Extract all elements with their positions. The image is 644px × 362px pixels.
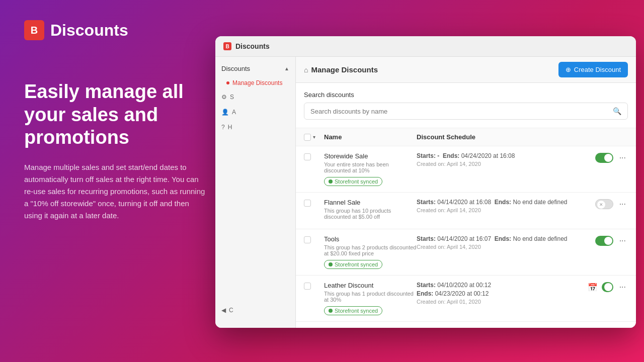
search-box: 🔍 [304, 103, 628, 120]
row-4-controls: 📅 ··· [588, 282, 628, 293]
row-1-schedule-text: Starts: - Ends: 04/24/2020 at 16:08 [417, 152, 588, 159]
table-row: Tools This group has 2 products discount… [296, 229, 636, 276]
row-1-title: Storewide Sale [324, 152, 417, 160]
row-checkbox-4[interactable] [304, 282, 324, 290]
row-1-toggle[interactable] [595, 153, 613, 163]
sidebar-subitem-label: Manage Discounts [232, 79, 282, 86]
table-row: Leather Discount This group has 1 produc… [296, 276, 636, 322]
th-schedule: Discount Schedule [417, 133, 588, 141]
table-area: ▾ Name Discount Schedule Storewide Sale … [296, 128, 636, 328]
page-header: ⌂ Manage Discounts ⊕ Create Discount [296, 57, 636, 83]
row-3-toggle[interactable] [595, 236, 613, 246]
search-area: Search discounts 🔍 [296, 83, 636, 128]
search-input[interactable] [310, 108, 613, 115]
sidebar-section-discounts[interactable]: Discounts ▲ [215, 61, 295, 76]
account-icon: 👤 [221, 109, 229, 116]
row-2-title: Flannel Sale [324, 199, 417, 206]
row-2-more-button[interactable]: ··· [617, 199, 628, 210]
chevron-left-icon: ◀ [221, 307, 226, 314]
calendar-icon: 📅 [588, 283, 598, 292]
checkbox-dropdown-icon[interactable]: ▾ [313, 134, 315, 140]
create-discount-button[interactable]: ⊕ Create Discount [558, 62, 628, 77]
sidebar-misc-h: H [228, 124, 232, 131]
row-2-schedule-col: Starts: 04/14/2020 at 16:08 Ends: No end… [417, 199, 588, 213]
hero-body: Manage multiple sales and set start/end … [24, 161, 205, 222]
sidebar: Discounts ▲ Manage Discounts ⚙ S 👤 A ? H [215, 57, 296, 328]
plus-icon: ⊕ [566, 66, 571, 73]
row-3-schedule-col: Starts: 04/14/2020 at 16:07 Ends: No end… [417, 235, 588, 250]
row-1-name-col: Storewide Sale Your entire store has bee… [324, 152, 417, 186]
row-4-toggle[interactable] [602, 282, 613, 292]
help-icon: ? [221, 124, 225, 131]
row-3-sync-label: Storefront synced [335, 261, 378, 267]
search-icon: 🔍 [613, 107, 621, 115]
brand-header: B Discounts [24, 20, 205, 40]
row-3-schedule-text: Starts: 04/14/2020 at 16:07 Ends: No end… [417, 235, 588, 242]
row-checkbox-3[interactable] [304, 235, 324, 243]
main-content: ⌂ Manage Discounts ⊕ Create Discount Sea… [296, 57, 636, 328]
select-all-checkbox[interactable] [304, 134, 311, 141]
brand-title: Discounts [50, 21, 128, 40]
row-4-name-col: Leather Discount This group has 1 produc… [324, 282, 417, 315]
sync-dot-icon-4 [329, 309, 333, 313]
sidebar-item-accounts[interactable]: 👤 A [215, 105, 295, 120]
row-4-sync-label: Storefront synced [335, 308, 378, 314]
row-4-created: Created on: April 01, 2020 [417, 299, 588, 305]
app-window: B Discounts Discounts ▲ Manage Discounts… [215, 36, 636, 328]
sidebar-item-settings[interactable]: ⚙ S [215, 89, 295, 105]
row-4-more-button[interactable]: ··· [617, 282, 628, 293]
row-4-desc: This group has 1 product discounted at 3… [324, 291, 417, 303]
sync-dot-icon [329, 179, 333, 184]
row-2-desc: This group has 10 products discounted at… [324, 208, 417, 220]
row-3-name-col: Tools This group has 2 products discount… [324, 235, 417, 269]
hero-heading: Easily manage all your sales and promoti… [24, 80, 205, 149]
row-3-more-button[interactable]: ··· [617, 235, 628, 246]
window-body: Discounts ▲ Manage Discounts ⚙ S 👤 A ? H [215, 57, 636, 328]
row-4-schedule-col: Starts: 04/10/2020 at 00:12 Ends: 04/23/… [417, 282, 588, 305]
sidebar-misc-s: S [230, 94, 234, 101]
settings-icon: ⚙ [221, 94, 227, 101]
home-icon: ⌂ [304, 66, 308, 74]
row-1-desc: Your entire store has been discounted at… [324, 161, 417, 173]
row-1-sync-badge: Storefront synced [324, 177, 382, 186]
breadcrumb: ⌂ Manage Discounts [304, 65, 378, 74]
search-label: Search discounts [304, 91, 628, 99]
row-3-desc: This group has 2 products discounted at … [324, 244, 417, 256]
row-3-sync-badge: Storefront synced [324, 260, 382, 269]
row-4-title: Leather Discount [324, 282, 417, 289]
active-dot [226, 81, 229, 84]
row-4-starts: Starts: 04/10/2020 at 00:12 [417, 282, 588, 289]
row-1-more-button[interactable]: ··· [617, 152, 628, 163]
sidebar-misc-a: A [232, 109, 236, 116]
row-2-checkbox[interactable] [304, 200, 311, 207]
row-4-checkbox[interactable] [304, 283, 311, 290]
row-3-checkbox[interactable] [304, 236, 311, 243]
row-3-created: Created on: April 14, 2020 [417, 244, 588, 250]
sidebar-item-manage-discounts[interactable]: Manage Discounts [215, 76, 295, 89]
row-1-schedule-col: Starts: - Ends: 04/24/2020 at 16:08 Crea… [417, 152, 588, 167]
sidebar-section-label: Discounts [221, 65, 250, 72]
page-title: Manage Discounts [311, 65, 378, 74]
sidebar-item-help[interactable]: ? H [215, 120, 295, 135]
create-button-label: Create Discount [574, 66, 621, 73]
sync-dot-icon-3 [329, 262, 333, 266]
row-2-toggle[interactable] [595, 199, 613, 209]
row-1-created: Created on: April 14, 2020 [417, 161, 588, 167]
row-checkbox-1[interactable] [304, 152, 324, 160]
table-row: Storewide Sale Your entire store has bee… [296, 146, 636, 193]
sidebar-collapse-btn[interactable]: ◀ C [221, 307, 290, 314]
row-1-sync-label: Storefront synced [335, 178, 378, 185]
window-title: Discounts [235, 42, 270, 50]
row-3-title: Tools [324, 235, 417, 243]
row-2-controls: ··· [588, 199, 628, 210]
row-2-created: Created on: April 14, 2020 [417, 207, 588, 213]
th-checkbox: ▾ [304, 134, 324, 141]
row-1-controls: ··· [588, 152, 628, 163]
table-header: ▾ Name Discount Schedule [296, 128, 636, 146]
row-1-checkbox[interactable] [304, 153, 311, 160]
table-row: Flannel Sale This group has 10 products … [296, 193, 636, 229]
row-4-ends: Ends: 04/23/2020 at 00:12 [417, 290, 588, 297]
row-checkbox-2[interactable] [304, 199, 324, 207]
chevron-up-icon: ▲ [284, 66, 289, 71]
collapse-label: C [229, 307, 233, 314]
